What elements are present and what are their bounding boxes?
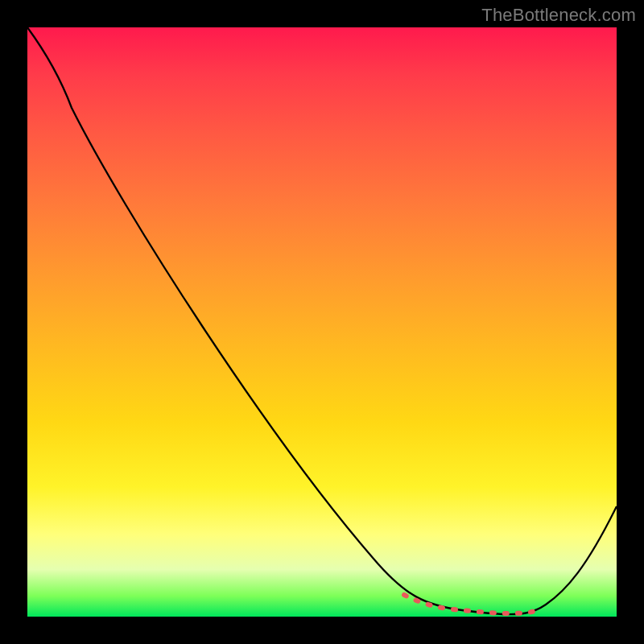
plot-gradient-area [27, 27, 617, 617]
curve-svg [27, 27, 617, 617]
chart-frame: TheBottleneck.com [0, 0, 644, 644]
bottleneck-curve [27, 27, 617, 614]
watermark-label: TheBottleneck.com [481, 5, 636, 26]
